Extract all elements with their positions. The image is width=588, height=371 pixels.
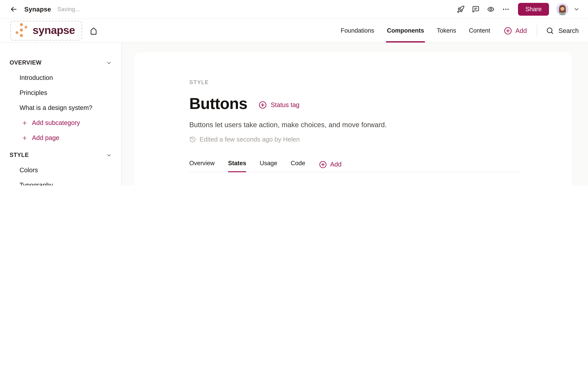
- sidebar-item-typography[interactable]: Typography: [14, 178, 110, 186]
- home-icon[interactable]: [89, 26, 98, 35]
- app-window: Synapse Saving...: [0, 0, 588, 186]
- sidebar-item-colors[interactable]: Colors: [14, 163, 110, 178]
- nav-item-foundations[interactable]: Foundations: [341, 19, 374, 42]
- avatar[interactable]: [556, 3, 568, 15]
- section-label: OVERVIEW: [10, 60, 42, 66]
- plus-icon: [22, 135, 28, 141]
- header-add-button[interactable]: Add: [504, 26, 527, 35]
- add-tab-label: Add: [330, 161, 341, 168]
- more-options-icon[interactable]: [501, 4, 511, 15]
- brand-wordmark: synapse: [33, 24, 75, 37]
- plus-circle-icon: [258, 101, 267, 109]
- page-tabs: Overview States Usage Code Add: [189, 160, 521, 172]
- history-clock-icon: [189, 136, 196, 143]
- search-button[interactable]: Search: [546, 27, 579, 35]
- chevron-down-icon: [106, 152, 112, 158]
- primary-nav: Foundations Components Tokens Content: [341, 19, 490, 42]
- account-chevron-down-icon[interactable]: [573, 5, 580, 13]
- sidebar-section-style: STYLE Colors Typography Icons Add subcat…: [0, 148, 122, 186]
- search-label: Search: [558, 27, 579, 34]
- saving-status: Saving...: [57, 6, 80, 13]
- category-eyebrow: STYLE: [189, 79, 521, 86]
- nav-item-tokens[interactable]: Tokens: [437, 19, 456, 42]
- site-header: synapse Foundations Components Tokens Co…: [0, 19, 588, 43]
- status-tag-label: Status tag: [271, 101, 299, 109]
- sidebar-item-principles[interactable]: Principles: [14, 85, 110, 100]
- nav-item-content[interactable]: Content: [469, 19, 490, 42]
- edited-row: Edited a few seconds ago by Helen: [189, 136, 521, 143]
- share-button[interactable]: Share: [518, 3, 549, 16]
- plus-circle-icon: [319, 160, 327, 169]
- add-subcategory-label: Add subcategory: [32, 119, 80, 126]
- document-title: Synapse: [24, 6, 51, 13]
- main-area: STYLE Buttons Status tag Buttons let use…: [122, 43, 588, 186]
- page-title: Buttons: [189, 95, 247, 113]
- sidebar-item-what-is-a-design-system[interactable]: What is a design system?: [14, 100, 110, 115]
- preview-eye-icon[interactable]: [485, 4, 496, 15]
- logo-slot[interactable]: synapse: [10, 21, 82, 41]
- tab-overview[interactable]: Overview: [189, 160, 215, 172]
- add-subcategory-button[interactable]: Add subcategory: [0, 115, 122, 130]
- tab-states[interactable]: States: [228, 160, 246, 172]
- page-card: STYLE Buttons Status tag Buttons let use…: [134, 52, 572, 186]
- chevron-down-icon: [106, 60, 112, 66]
- tab-usage[interactable]: Usage: [260, 160, 277, 172]
- section-label: STYLE: [10, 152, 29, 158]
- plus-icon: [22, 120, 28, 126]
- status-tag-button[interactable]: Status tag: [258, 101, 299, 109]
- plus-circle-icon: [504, 26, 512, 35]
- edited-label: Edited a few seconds ago by Helen: [200, 136, 300, 143]
- top-bar: Synapse Saving...: [0, 0, 588, 19]
- back-arrow-icon[interactable]: [10, 5, 18, 13]
- comments-icon[interactable]: [471, 4, 481, 15]
- add-page-label: Add page: [32, 134, 59, 142]
- sidebar: OVERVIEW Introduction Principles What is…: [0, 43, 122, 186]
- rocket-icon[interactable]: [455, 4, 466, 15]
- sidebar-header-overview[interactable]: OVERVIEW: [0, 55, 122, 70]
- logo-dots-icon: [15, 22, 29, 39]
- nav-item-components[interactable]: Components: [387, 19, 424, 42]
- header-divider: [537, 25, 537, 36]
- page-description: Buttons let users take action, make choi…: [189, 121, 521, 129]
- tab-code[interactable]: Code: [291, 160, 305, 172]
- sidebar-header-style[interactable]: STYLE: [0, 148, 122, 163]
- add-tab-button[interactable]: Add: [319, 160, 341, 172]
- sidebar-section-overview: OVERVIEW Introduction Principles What is…: [0, 55, 122, 145]
- search-icon: [546, 27, 554, 35]
- sidebar-item-introduction[interactable]: Introduction: [14, 70, 110, 85]
- header-add-label: Add: [515, 27, 527, 34]
- add-page-button[interactable]: Add page: [0, 130, 122, 145]
